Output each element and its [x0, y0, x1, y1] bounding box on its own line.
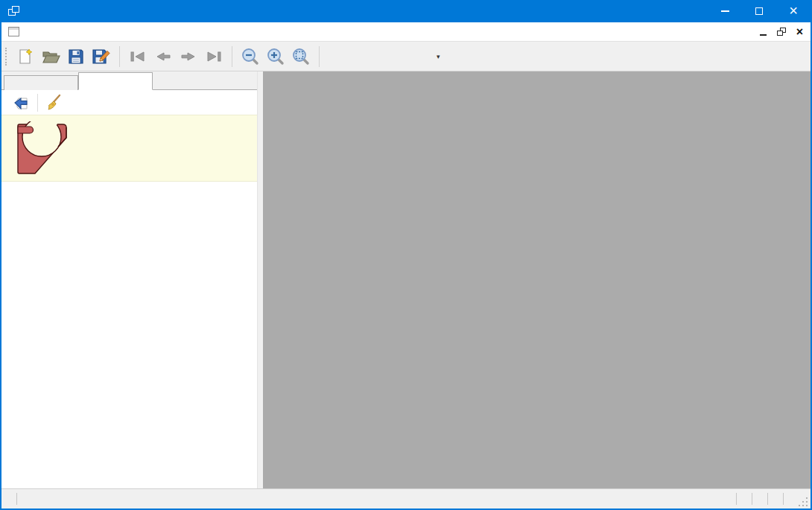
- zoom-in-button[interactable]: [264, 45, 287, 68]
- status-separator: [783, 493, 784, 505]
- nest-canvas[interactable]: [263, 71, 811, 488]
- drawing-list-item[interactable]: [1, 115, 257, 182]
- return-to-drawing-button[interactable]: [10, 92, 33, 113]
- nest-canvas-pane[interactable]: [263, 71, 811, 488]
- open-file-button[interactable]: [39, 45, 62, 68]
- toolbar-separator: [37, 94, 38, 112]
- save-as-button[interactable]: [90, 45, 112, 68]
- status-separator: [752, 493, 752, 505]
- status-separator: [736, 493, 737, 505]
- tab-plates[interactable]: [4, 75, 78, 90]
- menu-bar: ×: [1, 22, 811, 42]
- previous-plate-button[interactable]: [152, 45, 174, 68]
- maximize-icon: [755, 7, 763, 15]
- panel-splitter[interactable]: [257, 71, 263, 488]
- new-file-button[interactable]: [14, 45, 37, 68]
- close-button[interactable]: ×: [776, 0, 811, 22]
- next-plate-button[interactable]: [177, 45, 200, 68]
- new-file-icon: [16, 48, 34, 66]
- status-bar: [1, 488, 811, 509]
- app-icon: [8, 6, 20, 16]
- mdi-close-button[interactable]: ×: [796, 26, 803, 38]
- resize-grip[interactable]: [799, 497, 808, 506]
- close-icon: ×: [789, 3, 798, 18]
- title-bar: ×: [1, 0, 811, 22]
- last-plate-button[interactable]: [203, 45, 225, 68]
- toolbar-separator: [319, 46, 320, 67]
- main-area: [1, 71, 811, 488]
- open-folder-icon: [41, 48, 60, 66]
- panel-tabstrip: [1, 71, 257, 90]
- maximize-button[interactable]: [742, 0, 776, 22]
- first-plate-button[interactable]: [127, 45, 149, 68]
- app-window: × ×: [0, 0, 812, 510]
- go-previous-icon: [153, 48, 173, 66]
- zoom-fit-button[interactable]: [290, 45, 312, 68]
- toolbar-grip[interactable]: [5, 48, 8, 66]
- status-separator: [767, 493, 768, 505]
- zoom-out-button[interactable]: [239, 45, 261, 68]
- save-button[interactable]: [65, 45, 87, 68]
- clean-button[interactable]: [42, 92, 65, 113]
- mdi-minimize-button[interactable]: [760, 28, 767, 36]
- save-as-icon: [92, 48, 111, 66]
- toolbar-separator: [119, 46, 120, 67]
- document-icon[interactable]: [8, 27, 19, 36]
- broom-icon: [45, 94, 63, 112]
- tab-drawings[interactable]: [78, 72, 153, 90]
- zoom-in-icon: [266, 47, 285, 66]
- zoom-fit-icon: [291, 47, 311, 66]
- go-last-icon: [204, 48, 223, 66]
- mdi-restore-button[interactable]: [777, 28, 786, 36]
- save-icon: [67, 48, 85, 66]
- mdi-close-icon: ×: [796, 25, 803, 38]
- minimize-icon: [721, 10, 729, 12]
- toolbar-separator: [232, 46, 232, 67]
- drawings-panel: [1, 71, 257, 488]
- go-next-icon: [179, 48, 198, 66]
- minimize-button[interactable]: [708, 0, 742, 22]
- blue-back-arrow-icon: [13, 94, 31, 112]
- mdi-minimize-icon: [760, 34, 767, 36]
- status-separator: [16, 493, 17, 505]
- part-thumbnail: [10, 121, 74, 176]
- engine-combobox[interactable]: ▾: [341, 53, 448, 60]
- chevron-down-icon: ▾: [437, 53, 440, 60]
- drawings-toolbar: [1, 90, 257, 115]
- zoom-out-icon: [241, 47, 260, 66]
- main-toolbar: ▾: [1, 42, 811, 71]
- go-first-icon: [128, 48, 148, 66]
